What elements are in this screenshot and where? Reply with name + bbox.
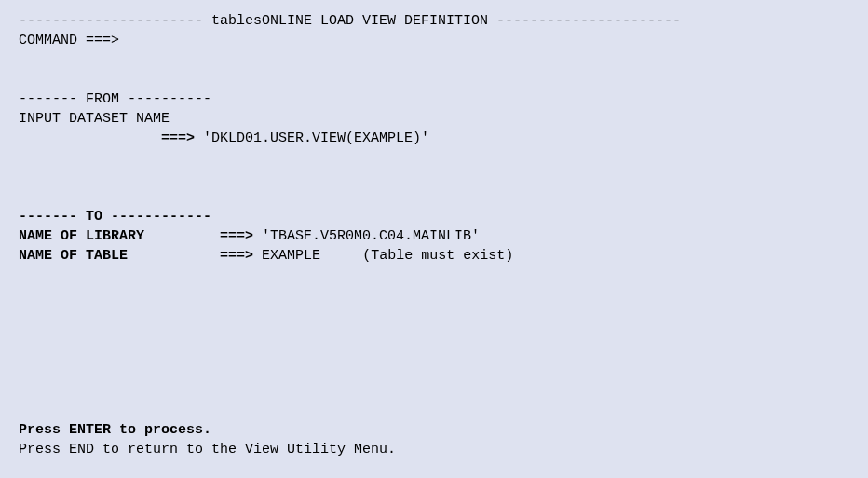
dataset-value[interactable]: 'DKLD01.USER.VIEW(EXAMPLE)' xyxy=(203,130,429,146)
command-input[interactable] xyxy=(128,33,631,48)
table-label: NAME OF TABLE xyxy=(19,248,128,264)
end-instruction: Press END to return to the View Utility … xyxy=(19,440,396,459)
screen-title: ---------------------- tablesONLINE LOAD… xyxy=(19,11,849,31)
command-line: COMMAND ===> xyxy=(19,31,849,50)
from-section-header: ------- FROM ---------- xyxy=(19,89,849,109)
dataset-prompt: ===> xyxy=(161,130,195,146)
library-prompt: ===> xyxy=(220,228,253,244)
command-label: COMMAND ===> xyxy=(19,33,119,48)
library-value[interactable]: 'TBASE.V5R0M0.C04.MAINLIB' xyxy=(262,228,480,244)
table-prompt: ===> xyxy=(220,248,253,264)
input-dataset-label: INPUT DATASET NAME xyxy=(19,109,849,129)
enter-instruction: Press ENTER to process. xyxy=(19,420,396,440)
footer: Press ENTER to process. Press END to ret… xyxy=(19,420,396,459)
to-section-header: ------- TO ------------ xyxy=(19,207,849,226)
table-hint: (Table must exist) xyxy=(362,248,513,264)
library-label: NAME OF LIBRARY xyxy=(19,228,144,244)
table-value[interactable]: EXAMPLE xyxy=(262,248,320,264)
